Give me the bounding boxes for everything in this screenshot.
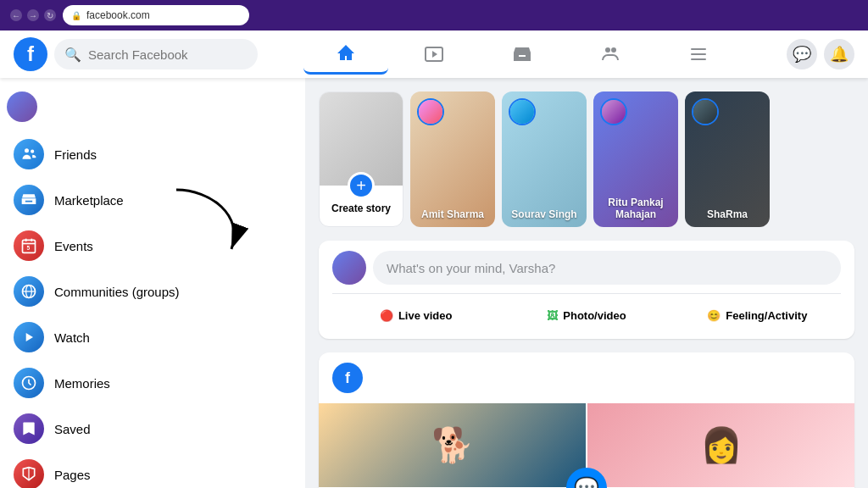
notifications-button[interactable]: 🔔	[824, 39, 854, 69]
create-story-card[interactable]: + Create story	[319, 92, 403, 227]
marketplace-label: Marketplace	[54, 193, 124, 208]
photo-video-button[interactable]: 🖼 Photo/video	[503, 302, 670, 329]
story-avatar-sharma	[692, 98, 719, 125]
feeling-label: Feeling/Activity	[726, 309, 807, 322]
marketplace-icon-sidebar	[14, 185, 44, 215]
story-avatar-sourav	[509, 98, 536, 125]
svg-rect-5	[691, 53, 706, 55]
rooms-image-1: 🐕	[319, 403, 586, 487]
facebook-header: f 🔍 💬 🔔	[0, 30, 868, 78]
saved-label: Saved	[54, 422, 91, 436]
post-input-field[interactable]: What's on your mind, Varsha?	[373, 251, 841, 285]
feeling-button[interactable]: 😊 Feeling/Activity	[674, 302, 841, 329]
nav-menu[interactable]	[656, 34, 741, 75]
events-icon: 5	[14, 230, 44, 261]
forward-button[interactable]: →	[27, 9, 39, 21]
live-icon: 🔴	[380, 309, 393, 322]
address-bar[interactable]: 🔒 facebook.com	[63, 5, 249, 25]
messenger-button[interactable]: 💬	[787, 39, 817, 69]
events-label: Events	[54, 239, 93, 253]
browser-nav-buttons: ← → ↻	[10, 9, 56, 21]
post-placeholder: What's on your mind, Varsha?	[387, 261, 555, 275]
back-button[interactable]: ←	[10, 9, 22, 21]
svg-point-8	[31, 150, 34, 153]
rooms-image-grid: 🐕 👩 👨‍🚀 👨‍🍳 💬	[319, 403, 854, 488]
story-avatar-ritu	[600, 98, 627, 125]
svg-point-3	[611, 47, 616, 53]
communities-label: Communities (groups)	[54, 285, 180, 299]
story-name-ritu: Ritu Pankaj Mahajan	[593, 197, 678, 220]
sidebar-item-pages[interactable]: Pages	[7, 452, 298, 488]
post-user-avatar	[332, 251, 366, 285]
rooms-image-2: 👩	[587, 403, 854, 487]
search-icon: 🔍	[64, 47, 81, 63]
feeling-icon: 😊	[707, 309, 721, 322]
watch-label: Watch	[54, 330, 90, 345]
sidebar: Friends Marketplace 5 Events	[0, 78, 305, 488]
menu-icon	[688, 44, 709, 64]
live-video-label: Live video	[398, 309, 453, 322]
svg-marker-18	[26, 333, 33, 341]
sidebar-item-memories[interactable]: Memories	[7, 361, 298, 405]
photo-icon: 🖼	[547, 309, 558, 322]
create-story-plus: +	[348, 172, 375, 199]
rooms-header: f	[319, 352, 854, 403]
friends-label: Friends	[54, 147, 97, 162]
facebook-logo[interactable]: f	[14, 37, 47, 71]
rooms-facebook-logo: f	[332, 363, 363, 393]
memories-label: Memories	[54, 376, 110, 391]
story-card-sourav[interactable]: Sourav Singh	[502, 92, 587, 227]
pages-icon	[14, 459, 44, 488]
communities-icon	[14, 276, 44, 307]
post-actions-row: 🔴 Live video 🖼 Photo/video 😊 Feeling/Act…	[332, 293, 841, 329]
nav-watch[interactable]	[392, 34, 476, 75]
photo-video-label: Photo/video	[563, 309, 626, 322]
messenger-icon: 💬	[574, 476, 599, 488]
svg-text:5: 5	[27, 245, 31, 251]
post-box: What's on your mind, Varsha? 🔴 Live vide…	[319, 241, 854, 339]
story-image-area: +	[320, 92, 403, 186]
saved-icon	[14, 413, 44, 444]
watch-icon-sidebar	[14, 322, 44, 352]
header-actions: 💬 🔔	[787, 39, 854, 69]
svg-marker-1	[432, 51, 437, 58]
sidebar-item-marketplace[interactable]: Marketplace	[7, 178, 298, 222]
avatar	[7, 92, 37, 122]
refresh-button[interactable]: ↻	[44, 9, 56, 21]
story-card-amit[interactable]: Amit Sharma	[410, 92, 495, 227]
home-icon	[336, 43, 356, 64]
nav-marketplace[interactable]	[480, 34, 565, 75]
memories-icon	[14, 368, 44, 398]
post-input-row: What's on your mind, Varsha?	[332, 251, 841, 285]
groups-icon	[600, 44, 620, 64]
sidebar-item-watch[interactable]: Watch	[7, 315, 298, 359]
watch-icon	[424, 44, 444, 64]
marketplace-icon	[512, 44, 532, 64]
sidebar-item-friends[interactable]: Friends	[7, 132, 298, 176]
browser-chrome: ← → ↻ 🔒 facebook.com	[0, 0, 868, 30]
svg-point-2	[605, 47, 610, 53]
sidebar-item-saved[interactable]: Saved	[7, 407, 298, 451]
lock-icon: 🔒	[71, 11, 81, 20]
story-card-sharma[interactable]: ShaRma	[685, 92, 770, 227]
svg-rect-4	[691, 48, 706, 50]
content-area: + Create story Amit Sharma Sourav Singh …	[305, 78, 868, 488]
nav-home[interactable]	[303, 34, 388, 75]
svg-point-7	[25, 148, 29, 152]
url-text: facebook.com	[86, 9, 150, 21]
story-name-sharma: ShaRma	[685, 208, 770, 220]
live-video-button[interactable]: 🔴 Live video	[332, 302, 499, 329]
svg-rect-6	[691, 58, 706, 60]
sidebar-user[interactable]	[0, 85, 305, 129]
stories-row: + Create story Amit Sharma Sourav Singh …	[319, 92, 854, 227]
pages-label: Pages	[54, 468, 91, 482]
story-card-ritu[interactable]: Ritu Pankaj Mahajan	[593, 92, 678, 227]
story-name-amit: Amit Sharma	[410, 208, 495, 220]
search-box[interactable]: 🔍	[54, 39, 258, 69]
main-layout: Friends Marketplace 5 Events	[0, 78, 868, 488]
sidebar-item-communities[interactable]: Communities (groups)	[7, 269, 298, 313]
sidebar-item-events[interactable]: 5 Events	[7, 224, 298, 268]
messenger-rooms-card: f 🐕 👩 👨‍🚀 👨‍🍳 💬 S	[319, 352, 854, 488]
nav-groups[interactable]	[568, 34, 653, 75]
search-input[interactable]	[88, 47, 248, 62]
